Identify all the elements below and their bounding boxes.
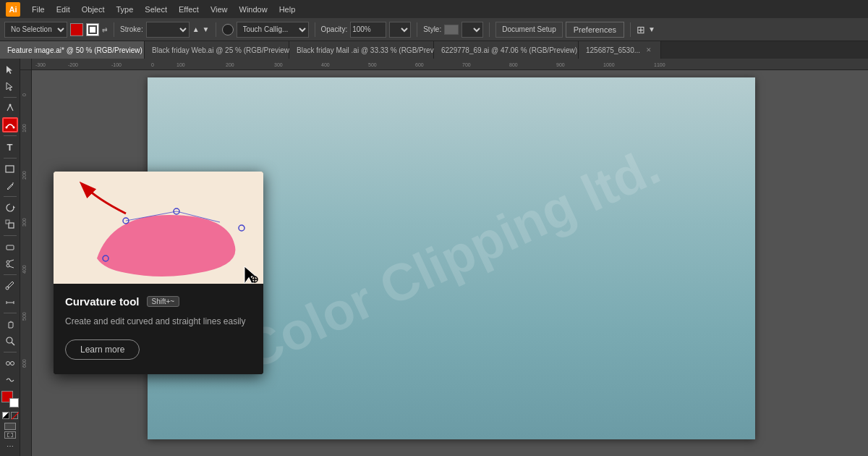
pencil-tool[interactable] xyxy=(2,178,18,193)
draw-inside-icon[interactable] xyxy=(4,431,16,439)
menu-object[interactable]: Object xyxy=(82,5,105,14)
tab-label-0: Feature image.ai* @ 50 % (RGB/Preview) xyxy=(7,46,142,54)
brush-type-dropdown[interactable]: Touch Callig... xyxy=(237,22,309,38)
pen-tool[interactable] xyxy=(2,101,18,116)
direct-selection-tool[interactable] xyxy=(2,78,18,93)
tab-close-4[interactable]: ✕ xyxy=(644,46,653,54)
menu-window[interactable]: Window xyxy=(239,5,268,14)
scale-tool[interactable] xyxy=(2,217,18,232)
opacity-dropdown[interactable] xyxy=(389,22,411,38)
svg-marker-4 xyxy=(13,206,15,208)
arrange-icon[interactable]: ⊞ xyxy=(637,24,645,35)
svg-line-17 xyxy=(12,342,14,345)
svg-text:1000: 1000 xyxy=(603,62,615,67)
tooltip-title: Curvature tool xyxy=(65,295,140,308)
tab-0[interactable]: Feature image.ai* @ 50 % (RGB/Preview) ✕ xyxy=(0,41,145,59)
tool-separator-3 xyxy=(4,158,17,159)
learn-more-button[interactable]: Learn more xyxy=(65,339,140,360)
warp-tool[interactable] xyxy=(2,372,18,387)
more-tools-icon[interactable]: ⋯ xyxy=(7,442,14,450)
hand-tool[interactable] xyxy=(2,316,18,332)
svg-point-1 xyxy=(5,126,7,128)
curvature-tool[interactable] xyxy=(2,117,18,132)
canvas[interactable]: Color Clipping ltd. xyxy=(32,70,868,456)
svg-text:500: 500 xyxy=(368,62,377,67)
brush-color[interactable] xyxy=(222,24,234,35)
tab-3[interactable]: 6229778_69.ai @ 47.06 % (RGB/Preview) ✕ xyxy=(434,41,579,59)
svg-text:900: 900 xyxy=(556,62,565,67)
brush-section: Touch Callig... xyxy=(222,22,309,38)
normal-mode-icon[interactable] xyxy=(4,423,16,430)
rectangle-tool[interactable] xyxy=(2,161,18,177)
svg-point-16 xyxy=(7,337,12,343)
svg-point-2 xyxy=(12,126,14,128)
stroke-up-icon[interactable]: ▲ xyxy=(192,25,200,33)
opacity-input[interactable] xyxy=(350,22,386,38)
svg-text:500: 500 xyxy=(22,312,27,321)
menu-effect[interactable]: Effect xyxy=(179,5,199,14)
tooltip-description: Create and edit curved and straight line… xyxy=(65,315,252,328)
stroke-swatch[interactable] xyxy=(9,398,19,408)
tool-separator-5 xyxy=(4,235,17,236)
stroke-dropdown[interactable] xyxy=(146,22,190,38)
svg-text:800: 800 xyxy=(509,62,518,67)
menu-type[interactable]: Type xyxy=(116,5,134,14)
svg-point-19 xyxy=(10,361,14,365)
svg-text:0: 0 xyxy=(22,93,27,96)
preferences-button[interactable]: Preferences xyxy=(566,22,624,38)
svg-point-18 xyxy=(6,361,9,365)
svg-text:100: 100 xyxy=(176,62,185,67)
svg-point-8 xyxy=(7,261,9,263)
none-icon[interactable] xyxy=(11,412,18,419)
svg-text:0: 0 xyxy=(151,62,154,67)
tool-separator-2 xyxy=(4,135,17,136)
selection-tool[interactable] xyxy=(2,62,18,77)
menu-select[interactable]: Select xyxy=(145,5,167,14)
tab-label-2: Black friday Mail .ai @ 33.33 % (RGB/Pre… xyxy=(297,46,447,54)
canvas-with-ruler: 0 100 200 300 400 500 600 Color Clip xyxy=(20,70,868,456)
opacity-label: Opacity: xyxy=(321,25,348,33)
svg-text:700: 700 xyxy=(462,62,471,67)
document-setup-button[interactable]: Document Setup xyxy=(495,22,563,38)
rotate-tool[interactable] xyxy=(2,200,18,215)
stroke-down-icon[interactable]: ▼ xyxy=(203,25,210,33)
svg-text:600: 600 xyxy=(22,359,27,368)
eraser-tool[interactable] xyxy=(2,239,18,254)
blend-tool[interactable] xyxy=(2,355,18,371)
tool-separator-7 xyxy=(4,313,17,313)
separator-6 xyxy=(630,22,631,37)
menu-file[interactable]: File xyxy=(32,5,45,14)
svg-rect-3 xyxy=(6,166,14,172)
tab-2[interactable]: Black friday Mail .ai @ 33.33 % (RGB/Pre… xyxy=(289,41,434,59)
svg-rect-7 xyxy=(7,245,14,250)
style-swatch[interactable] xyxy=(444,25,459,35)
menu-help[interactable]: Help xyxy=(279,5,296,14)
svg-text:100: 100 xyxy=(22,124,27,132)
menu-view[interactable]: View xyxy=(210,5,228,14)
chevron-down-icon[interactable]: ▼ xyxy=(648,25,655,33)
svg-text:-300: -300 xyxy=(35,62,46,67)
eyedropper-tool[interactable] xyxy=(2,278,18,293)
tooltip-title-row: Curvature tool Shift+~ xyxy=(65,295,252,308)
menu-edit[interactable]: Edit xyxy=(56,5,70,14)
style-dropdown[interactable] xyxy=(461,22,483,38)
scissors-tool[interactable] xyxy=(2,256,18,271)
type-tool[interactable]: T xyxy=(2,139,18,154)
measure-tool[interactable] xyxy=(2,295,18,310)
tabs-bar: Feature image.ai* @ 50 % (RGB/Preview) ✕… xyxy=(0,41,868,59)
svg-point-9 xyxy=(7,264,9,267)
tab-1[interactable]: Black friday Web.ai @ 25 % (RGB/Preview)… xyxy=(145,41,289,59)
stroke-label: Stroke: xyxy=(120,25,143,33)
tab-4[interactable]: 1256875_6530... ✕ xyxy=(579,41,661,59)
stroke-color-indicator[interactable] xyxy=(86,23,99,36)
svg-text:400: 400 xyxy=(22,265,27,274)
gradient-icon[interactable] xyxy=(2,412,9,419)
separator-5 xyxy=(489,22,490,37)
color-swatches[interactable] xyxy=(1,391,19,408)
swap-icon[interactable]: ⇄ xyxy=(102,26,108,33)
zoom-tool[interactable] xyxy=(2,334,18,349)
fill-color-swatch[interactable] xyxy=(70,23,83,36)
ruler-corner xyxy=(20,59,32,70)
selection-dropdown[interactable]: No Selection xyxy=(4,22,67,38)
tool-separator-6 xyxy=(4,274,17,275)
